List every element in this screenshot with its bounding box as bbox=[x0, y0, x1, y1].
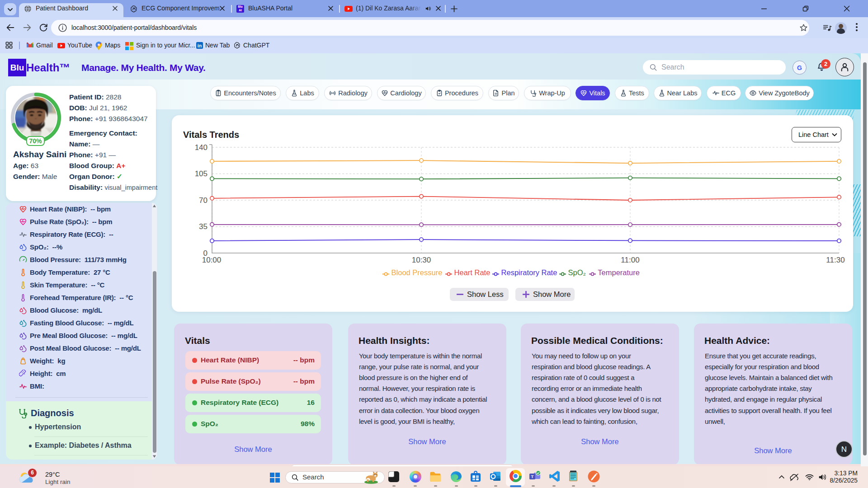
svg-text:35: 35 bbox=[199, 222, 208, 231]
svg-text:11:30: 11:30 bbox=[826, 256, 844, 264]
svg-text:T: T bbox=[531, 474, 534, 479]
svg-text:105: 105 bbox=[195, 169, 208, 178]
svg-text:140: 140 bbox=[195, 143, 208, 152]
svg-text:70: 70 bbox=[199, 196, 208, 205]
svg-text:10:30: 10:30 bbox=[412, 256, 431, 264]
svg-text:10:00: 10:00 bbox=[202, 256, 222, 264]
svg-text:11:00: 11:00 bbox=[621, 256, 639, 264]
